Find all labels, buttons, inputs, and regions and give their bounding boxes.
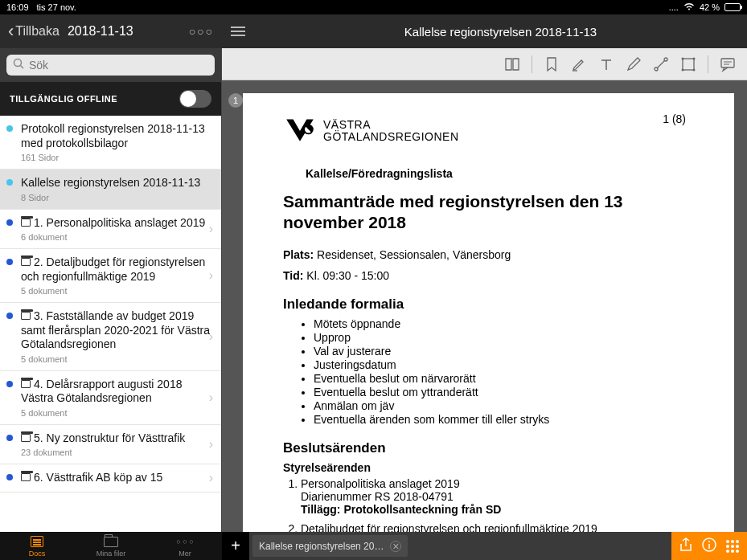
- formalia-item: Mötets öppnande: [314, 317, 686, 330]
- battery-percent: 42 %: [700, 2, 720, 12]
- back-button[interactable]: ‹ Tillbaka 2018-11-13: [8, 21, 133, 42]
- item-subtitle: 161 Sidor: [21, 153, 213, 162]
- status-dot: [6, 313, 13, 319]
- more-options-icon[interactable]: ○○○: [189, 25, 214, 38]
- item-subtitle: 8 Sidor: [21, 193, 213, 202]
- tab-files[interactable]: Mina filer: [74, 534, 148, 558]
- tab-docs[interactable]: Docs: [0, 534, 74, 558]
- item-title: 5. Ny zonstruktur för Västtrafik: [21, 431, 213, 446]
- sidebar-toggle-button[interactable]: [222, 24, 254, 39]
- action-bar: [671, 532, 747, 560]
- item-subtitle: 5 dokument: [21, 354, 213, 364]
- svg-point-2: [655, 67, 658, 71]
- document-tabs-bar: + Kallelse regionstyrelsen 20… ×: [222, 532, 747, 560]
- item-title: 2. Detaljbudget för regionstyrelsen och …: [21, 255, 213, 284]
- page-number-badge: 1: [228, 93, 243, 108]
- list-item[interactable]: 1. Personalpolitiska anslaget 20196 doku…: [0, 210, 221, 250]
- new-tab-button[interactable]: +: [222, 532, 249, 560]
- close-tab-button[interactable]: ×: [390, 541, 401, 552]
- document-tab-label: Kallelse regionstyrelsen 20…: [259, 541, 384, 552]
- pen-icon[interactable]: [626, 56, 642, 72]
- agenda-item: Personalpolitiska anslaget 2019 Diarienu…: [301, 477, 686, 516]
- line-icon[interactable]: [653, 56, 669, 72]
- status-dot: [6, 179, 13, 186]
- subsection-styrelse: Styrelseärenden: [283, 461, 686, 474]
- list-item[interactable]: 2. Detaljbudget för regionstyrelsen och …: [0, 249, 221, 303]
- offline-label: TILLGÄNGLIG OFFLINE: [10, 94, 117, 104]
- header-bar: ‹ Tillbaka 2018-11-13 ○○○ Kallelse regio…: [0, 14, 747, 48]
- archive-icon: [21, 312, 31, 320]
- grid-icon[interactable]: [726, 540, 739, 553]
- tid-value: Kl. 09:30 - 15:00: [303, 269, 389, 282]
- reading-mode-icon[interactable]: [504, 56, 520, 72]
- search-input[interactable]: [29, 59, 208, 72]
- svg-point-3: [664, 58, 667, 61]
- status-dot: [6, 125, 13, 132]
- comment-icon[interactable]: [720, 56, 736, 72]
- formalia-item: Eventuella ärenden som kommer till eller…: [314, 413, 686, 426]
- document-tab[interactable]: Kallelse regionstyrelsen 20… ×: [252, 535, 408, 557]
- formalia-item: Justeringsdatum: [314, 358, 686, 371]
- text-icon[interactable]: [598, 56, 614, 72]
- tab-docs-label: Docs: [0, 550, 74, 558]
- status-dot: [6, 381, 13, 387]
- item-title: Kallelse regionstyrelsen 2018-11-13: [21, 176, 213, 190]
- item-title: Protokoll regionstyrelsen 2018-11-13 med…: [21, 122, 213, 150]
- formalia-item: Eventuella beslut om närvarorätt: [314, 372, 686, 385]
- status-time: 16:09: [6, 2, 29, 12]
- highlight-icon[interactable]: [571, 56, 587, 72]
- chevron-right-icon: ›: [209, 471, 213, 485]
- status-dots: ....: [669, 2, 679, 12]
- tab-more-label: Mer: [148, 550, 222, 558]
- info-icon[interactable]: [702, 538, 716, 555]
- logo-text-1: VÄSTRA: [323, 119, 459, 131]
- archive-icon: [21, 258, 31, 266]
- formalia-item: Eventuella beslut om yttranderätt: [314, 386, 686, 399]
- share-icon[interactable]: [679, 538, 692, 555]
- bookmark-icon[interactable]: [544, 56, 560, 72]
- item-subtitle: 6 dokument: [21, 232, 213, 242]
- formalia-item: Upprop: [314, 331, 686, 344]
- list-item[interactable]: 6. Västtrafik AB köp av 15›: [0, 464, 221, 493]
- offline-toggle[interactable]: [179, 90, 211, 108]
- vgr-logo: VÄSTRA GÖTALANDSREGIONEN: [283, 112, 459, 149]
- back-label: Tillbaka: [15, 24, 60, 39]
- wifi-icon: [683, 2, 695, 12]
- status-dot: [6, 219, 13, 226]
- chevron-right-icon: ›: [209, 437, 213, 452]
- item-title: 1. Personalpolitiska anslaget 2019: [21, 216, 213, 231]
- list-item[interactable]: 3. Fastställande av budget 2019 samt fle…: [0, 303, 221, 371]
- agenda-list: Personalpolitiska anslaget 2019 Diarienu…: [301, 477, 686, 533]
- svg-point-9: [693, 68, 696, 71]
- chevron-right-icon: ›: [209, 222, 213, 236]
- chevron-right-icon: ›: [209, 390, 213, 405]
- svg-point-15: [708, 541, 710, 542]
- list-item[interactable]: Kallelse regionstyrelsen 2018-11-138 Sid…: [0, 170, 221, 210]
- list-item[interactable]: Protokoll regionstyrelsen 2018-11-13 med…: [0, 116, 221, 170]
- svg-rect-10: [721, 59, 734, 67]
- plats-value: Residenset, Sessionsalen, Vänersborg: [314, 248, 511, 261]
- formalia-item: Val av justerare: [314, 345, 686, 358]
- search-box[interactable]: [6, 55, 215, 76]
- document-page[interactable]: VÄSTRA GÖTALANDSREGIONEN 1 (8) Kallelse/…: [243, 93, 734, 532]
- shape-icon[interactable]: [680, 56, 696, 72]
- status-dot: [6, 259, 13, 265]
- folder-icon: [104, 537, 118, 547]
- section-formalia: Inledande formalia: [283, 296, 686, 313]
- svg-point-7: [693, 57, 696, 59]
- document-list[interactable]: Protokoll regionstyrelsen 2018-11-13 med…: [0, 116, 221, 532]
- list-item[interactable]: 5. Ny zonstruktur för Västtrafik23 dokum…: [0, 425, 221, 465]
- archive-icon: [21, 473, 31, 481]
- list-item[interactable]: 4. Delårsrapport augusti 2018 Västra Göt…: [0, 371, 221, 425]
- tab-more[interactable]: ○ ○ ○ Mer: [148, 534, 222, 558]
- page-counter: 1 (8): [663, 112, 686, 125]
- status-bar: 16:09 tis 27 nov. .... 42 %: [0, 0, 747, 14]
- chevron-right-icon: ›: [209, 268, 213, 283]
- vgr-logo-icon: [283, 112, 317, 149]
- status-dot: [6, 435, 13, 441]
- formalia-item: Anmälan om jäv: [314, 399, 686, 412]
- battery-icon: [724, 3, 741, 11]
- svg-point-6: [682, 57, 684, 59]
- docs-icon: [31, 536, 43, 547]
- svg-point-0: [14, 59, 22, 67]
